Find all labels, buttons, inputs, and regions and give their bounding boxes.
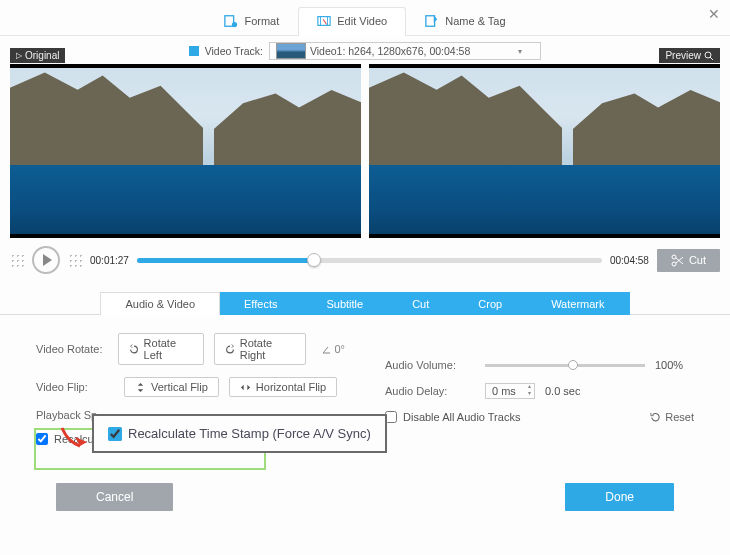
svg-rect-3 <box>426 16 435 27</box>
reset-button[interactable]: Reset <box>650 411 694 423</box>
footer: Cancel Done <box>0 467 730 511</box>
highlight-callout: Recalculate Time Stamp (Force A/V Sync) <box>92 414 387 453</box>
cut-button[interactable]: Cut <box>657 249 720 272</box>
audio-delay-spinner[interactable]: 0 ms <box>485 383 535 399</box>
subtab-audio-video[interactable]: Audio & Video <box>100 292 220 315</box>
close-icon[interactable]: ✕ <box>708 6 720 22</box>
subtab-cut[interactable]: Cut <box>388 292 454 315</box>
done-button[interactable]: Done <box>565 483 674 511</box>
edit-video-icon <box>317 14 331 28</box>
rotate-left-button[interactable]: Rotate Left <box>118 333 204 365</box>
annotation-arrow-icon <box>58 424 92 454</box>
tab-format[interactable]: Format <box>205 7 298 36</box>
tab-name-tag-label: Name & Tag <box>445 15 505 27</box>
sub-tabs: Audio & Video Effects Subtitle Cut Crop … <box>0 292 730 315</box>
video-track-row: Video Track: Video1: h264, 1280x676, 00:… <box>0 36 730 64</box>
horizontal-flip-icon <box>240 382 251 393</box>
timeline: 00:01:27 00:04:58 Cut <box>0 238 730 282</box>
vertical-flip-icon <box>135 382 146 393</box>
flip-label: Video Flip: <box>36 381 114 393</box>
vertical-flip-button[interactable]: Vertical Flip <box>124 377 219 397</box>
rotate-label: Video Rotate: <box>36 343 108 355</box>
tab-edit-video-label: Edit Video <box>337 15 387 27</box>
frame-grid-left-icon[interactable] <box>10 253 24 267</box>
horizontal-flip-button[interactable]: Horizontal Flip <box>229 377 337 397</box>
audio-delay-label: Audio Delay: <box>385 385 475 397</box>
subtab-watermark[interactable]: Watermark <box>527 292 629 315</box>
audio-volume-label: Audio Volume: <box>385 359 475 371</box>
seek-slider[interactable] <box>137 258 602 263</box>
rotate-angle: 0° <box>322 343 345 355</box>
audio-delay-sec: 0.0 sec <box>545 385 580 397</box>
tab-format-label: Format <box>244 15 279 27</box>
format-icon <box>224 14 238 28</box>
preview-row <box>0 64 730 238</box>
video-track-select[interactable]: Video1: h264, 1280x676, 00:04:58 <box>269 42 541 60</box>
scissors-icon <box>671 254 684 267</box>
magnify-icon <box>704 51 714 61</box>
subtab-effects[interactable]: Effects <box>220 292 302 315</box>
svg-point-1 <box>232 22 237 27</box>
name-tag-icon <box>425 14 439 28</box>
disable-audio-checkbox[interactable]: Disable All Audio Tracks <box>385 411 520 423</box>
reset-icon <box>650 412 661 423</box>
top-tabs: Format Edit Video Name & Tag <box>0 0 730 36</box>
time-total: 00:04:58 <box>610 255 649 266</box>
audio-volume-slider[interactable] <box>485 364 645 367</box>
rotate-right-button[interactable]: Rotate Right <box>214 333 307 365</box>
play-button[interactable] <box>32 246 60 274</box>
time-current: 00:01:27 <box>90 255 129 266</box>
cancel-button[interactable]: Cancel <box>56 483 173 511</box>
original-badge: ▷Original <box>10 48 65 63</box>
angle-icon <box>322 345 331 354</box>
video-track-label: Video Track: <box>205 45 263 57</box>
video-track-thumb <box>276 43 306 59</box>
preview-output[interactable] <box>369 64 720 238</box>
tab-edit-video[interactable]: Edit Video <box>298 7 406 36</box>
subtab-crop[interactable]: Crop <box>454 292 527 315</box>
rotate-right-icon <box>225 344 235 355</box>
recalc-checkbox-full[interactable]: Recalculate Time Stamp (Force A/V Sync) <box>108 426 371 441</box>
preview-badge[interactable]: Preview <box>659 48 720 63</box>
frame-grid-right-icon[interactable] <box>68 253 82 267</box>
rotate-left-icon <box>129 344 139 355</box>
preview-original[interactable] <box>10 64 361 238</box>
svg-point-7 <box>672 262 676 266</box>
film-icon <box>189 46 199 56</box>
svg-rect-4 <box>189 46 199 56</box>
audio-volume-value: 100% <box>655 359 683 371</box>
video-track-info: Video1: h264, 1280x676, 00:04:58 <box>310 45 470 57</box>
tab-name-tag[interactable]: Name & Tag <box>406 7 524 36</box>
subtab-subtitle[interactable]: Subtitle <box>302 292 388 315</box>
svg-point-6 <box>672 255 676 259</box>
